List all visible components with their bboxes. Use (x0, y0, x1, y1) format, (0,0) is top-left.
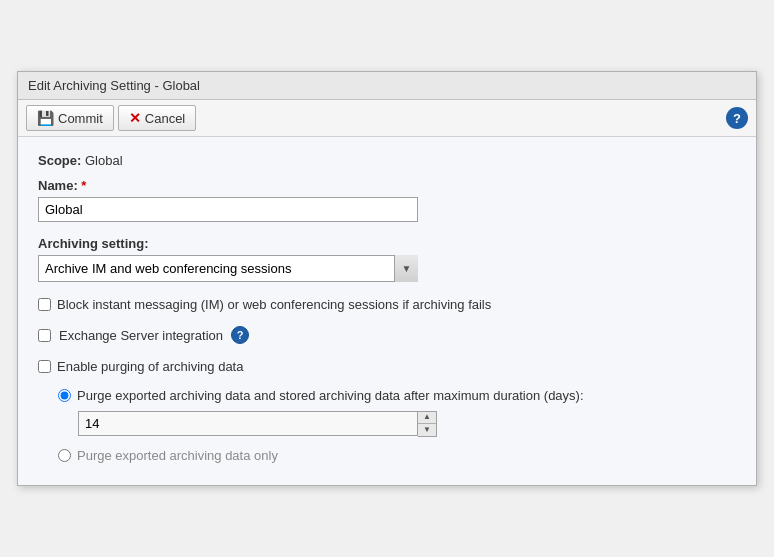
scope-value: Global (85, 153, 123, 168)
purge-exported-only-row: Purge exported archiving data only (58, 447, 736, 465)
commit-label: Commit (58, 111, 103, 126)
exchange-integration-label: Exchange Server integration (59, 328, 223, 343)
exchange-integration-row: Exchange Server integration ? (38, 326, 736, 344)
purge-exported-only-radio[interactable] (58, 449, 71, 462)
enable-purging-label: Enable purging of archiving data (57, 358, 243, 376)
archiving-select-wrapper: Archive IM and web conferencing sessions… (38, 255, 418, 282)
name-input[interactable] (38, 197, 418, 222)
block-im-label: Block instant messaging (IM) or web conf… (57, 296, 491, 314)
cancel-button[interactable]: ✕ Cancel (118, 105, 196, 131)
block-im-row: Block instant messaging (IM) or web conf… (38, 296, 736, 314)
purge-duration-wrapper: ▲ ▼ (78, 411, 736, 437)
archiving-select[interactable]: Archive IM and web conferencing sessions… (38, 255, 418, 282)
scope-line: Scope: Global (38, 153, 736, 168)
dialog-body: Scope: Global Name: * Archiving setting:… (18, 137, 756, 485)
save-icon: 💾 (37, 110, 54, 126)
enable-purging-row: Enable purging of archiving data (38, 358, 736, 376)
cancel-label: Cancel (145, 111, 185, 126)
purge-section: Purge exported archiving data and stored… (58, 387, 736, 465)
scope-label: Scope: (38, 153, 81, 168)
purge-exported-stored-radio[interactable] (58, 389, 71, 402)
exchange-help-button[interactable]: ? (231, 326, 249, 344)
purge-duration-spin: ▲ ▼ (418, 411, 437, 437)
toolbar: 💾 Commit ✕ Cancel ? (18, 100, 756, 137)
archiving-setting-label: Archiving setting: (38, 236, 736, 251)
purge-exported-stored-label: Purge exported archiving data and stored… (77, 387, 584, 405)
block-im-checkbox[interactable] (38, 298, 51, 311)
required-indicator: * (78, 178, 87, 193)
exchange-integration-checkbox[interactable] (38, 329, 51, 342)
name-label: Name: * (38, 178, 736, 193)
spin-down-button[interactable]: ▼ (418, 424, 436, 436)
commit-button[interactable]: 💾 Commit (26, 105, 114, 131)
help-button[interactable]: ? (726, 107, 748, 129)
dialog-title: Edit Archiving Setting - Global (18, 72, 756, 100)
purge-exported-stored-row: Purge exported archiving data and stored… (58, 387, 736, 405)
spin-up-button[interactable]: ▲ (418, 412, 436, 424)
edit-archiving-dialog: Edit Archiving Setting - Global 💾 Commit… (17, 71, 757, 486)
purge-exported-only-label: Purge exported archiving data only (77, 447, 278, 465)
archiving-setting-section: Archiving setting: Archive IM and web co… (38, 236, 736, 282)
cancel-icon: ✕ (129, 110, 141, 126)
purge-duration-input[interactable] (78, 411, 418, 436)
enable-purging-checkbox[interactable] (38, 360, 51, 373)
